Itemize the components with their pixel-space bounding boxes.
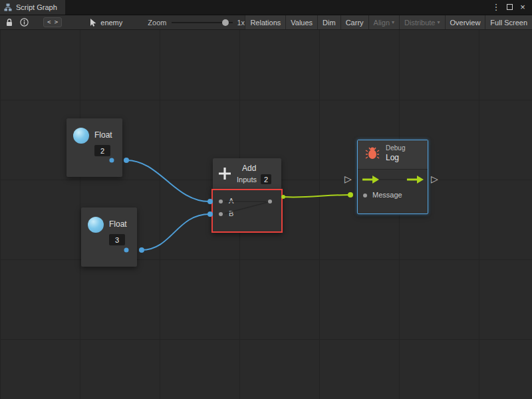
zoom-slider[interactable]: [172, 18, 233, 27]
add-node-body[interactable]: A B: [211, 189, 283, 233]
code-icon: < >: [47, 19, 58, 25]
message-port-label: Message: [372, 191, 402, 199]
add-node-header[interactable]: Add Inputs 2: [213, 158, 281, 190]
zoom-label: Zoom: [148, 19, 166, 27]
overview-button[interactable]: Overview: [445, 15, 485, 29]
float-node-2[interactable]: Float 3: [81, 207, 137, 267]
add-node-title: Add: [242, 164, 271, 173]
script-graph-icon: [4, 3, 12, 11]
cursor-icon: [90, 19, 97, 27]
wire3-end-knob[interactable]: [348, 192, 353, 198]
wire-float1-to-add-a[interactable]: [126, 160, 209, 201]
graph-canvas[interactable]: Float 2 Float 3 Add Inputs 2 A B: [0, 30, 532, 399]
tab-script-graph[interactable]: Script Graph: [0, 0, 65, 15]
lock-icon[interactable]: [5, 18, 13, 27]
port-a-label: A: [229, 197, 233, 205]
debug-category-label: Debug: [386, 144, 405, 152]
float-node-title: Float: [109, 219, 127, 229]
window-controls: ⋮ ×: [491, 0, 532, 15]
debug-log-node[interactable]: Debug Log Message: [357, 140, 428, 214]
wire2-start-knob[interactable]: [139, 247, 144, 253]
info-icon[interactable]: [20, 18, 29, 27]
float-icon: [88, 217, 104, 233]
zoom-slider-knob[interactable]: [222, 19, 229, 26]
toolbar-button-group: Relations Values Dim Carry Align ▾ Distr…: [245, 15, 532, 29]
float-node-1[interactable]: Float 2: [66, 118, 122, 177]
distribute-label: Distribute: [404, 19, 435, 27]
bug-icon: [365, 146, 380, 161]
add-inputs-count-field[interactable]: 2: [261, 174, 271, 184]
maximize-icon[interactable]: [504, 0, 515, 15]
plus-icon: [217, 166, 233, 182]
zoom-value: 1x: [237, 19, 245, 27]
tab-title: Script Graph: [16, 3, 57, 11]
script-graph-window: Script Graph ⋮ × < > enemy Zoom: [0, 0, 532, 399]
carry-button[interactable]: Carry: [340, 15, 368, 29]
float-icon: [73, 128, 89, 144]
debug-node-header: Debug Log: [358, 140, 428, 170]
code-button[interactable]: < >: [43, 17, 62, 27]
float-value-field[interactable]: 3: [109, 234, 125, 245]
add-inputs-label: Inputs: [237, 176, 257, 184]
menu-icon[interactable]: ⋮: [491, 0, 501, 15]
values-button[interactable]: Values: [285, 15, 317, 29]
graph-breadcrumb[interactable]: enemy: [90, 19, 122, 27]
flow-output-triangle[interactable]: ▷: [431, 174, 438, 184]
wire-float2-to-add-b[interactable]: [142, 214, 209, 250]
align-label: Align: [374, 19, 390, 27]
chevron-down-icon: ▾: [392, 19, 394, 25]
port-b-label: B: [229, 209, 233, 217]
graph-name-label: enemy: [100, 19, 122, 27]
full-screen-button[interactable]: Full Screen: [485, 15, 532, 29]
dim-button[interactable]: Dim: [317, 15, 340, 29]
titlebar: Script Graph ⋮ ×: [0, 0, 532, 15]
float-value-field[interactable]: 2: [94, 145, 110, 156]
distribute-button[interactable]: Distribute ▾: [399, 15, 444, 29]
float-node-title: Float: [94, 130, 112, 140]
debug-title-label: Log: [386, 153, 405, 162]
wire1-start-knob[interactable]: [124, 158, 129, 163]
flow-input-triangle[interactable]: ▷: [344, 174, 352, 184]
close-icon[interactable]: ×: [517, 0, 528, 15]
bug-head: [370, 148, 374, 152]
align-button[interactable]: Align ▾: [368, 15, 399, 29]
chevron-down-icon: ▾: [438, 19, 440, 25]
relations-button[interactable]: Relations: [245, 15, 285, 29]
toolbar: < > enemy Zoom 1x Relations Values Dim C…: [0, 15, 532, 30]
wire-add-to-debug-message[interactable]: [283, 195, 350, 197]
maximize-box: [507, 4, 513, 10]
